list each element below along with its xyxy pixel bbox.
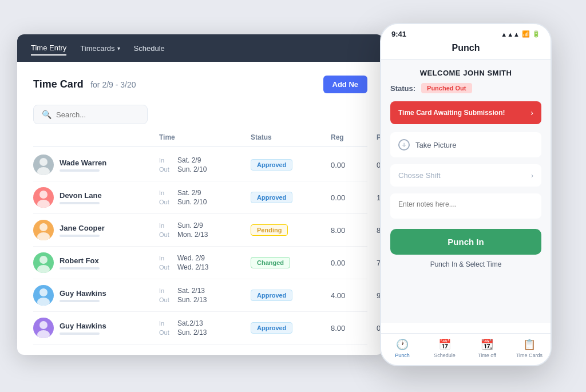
punch-in-button[interactable]: Punch In	[390, 229, 541, 255]
timecard-date: for 2/9 - 3/20	[90, 80, 136, 89]
col-header-name	[33, 133, 159, 141]
in-date: Sat. 2/9	[177, 189, 201, 197]
employee-name: Devon Lane	[60, 191, 102, 200]
svg-point-11	[37, 330, 50, 338]
employee-bar	[60, 202, 100, 204]
desktop-app: Time Entry Timecards ▾ Schedule Time Car…	[17, 34, 383, 355]
time-out-row: Out Sun. 2/10	[159, 165, 251, 173]
status-badge: Approved	[251, 192, 292, 203]
time-in-row: In Sat. 2/9	[159, 189, 251, 197]
out-date: Sun. 2/13	[177, 296, 207, 304]
punch-tab-icon: 🕐	[396, 338, 409, 351]
nav-schedule[interactable]: Schedule	[134, 42, 165, 55]
timecard-header: Time Card for 2/9 - 3/20 Add Ne	[33, 76, 367, 93]
out-date: Mon. 2/13	[177, 231, 208, 239]
svg-point-3	[37, 200, 50, 208]
tab-schedule[interactable]: 📅 Schedule	[423, 338, 466, 358]
time-cell: In Sat.2/13 Out Sun. 2/13	[159, 319, 251, 336]
punch-select-time[interactable]: Punch In & Select Time	[390, 260, 541, 268]
add-new-button[interactable]: Add Ne	[323, 76, 368, 93]
in-date: Wed. 2/9	[177, 254, 205, 262]
plus-icon: +	[398, 139, 410, 151]
employee-bar	[60, 267, 100, 270]
choose-shift-row[interactable]: Chosse Shift ›	[390, 164, 541, 187]
status-badge: Changed	[251, 257, 290, 268]
table-row[interactable]: Wade Warren In Sat. 2/9 Out Sun. 2/10 Ap…	[33, 149, 367, 181]
notes-input[interactable]	[390, 193, 541, 219]
search-input[interactable]	[56, 110, 136, 119]
svg-point-2	[39, 191, 47, 199]
svg-point-6	[39, 256, 47, 264]
in-label: In	[159, 320, 173, 327]
reg-cell: 0.00	[331, 193, 377, 202]
timecard-title-area: Time Card for 2/9 - 3/20	[33, 78, 136, 90]
app-content: Time Card for 2/9 - 3/20 Add Ne 🔍 Time S…	[17, 62, 383, 355]
employee-cell: Robert Fox	[33, 252, 159, 273]
reg-cell: 4.00	[331, 291, 377, 300]
time-cell: In Sat. 2/13 Out Sun. 2/13	[159, 287, 251, 304]
table-row[interactable]: Jane Cooper In Sun. 2/9 Out Mon. 2/13 Pe…	[33, 214, 367, 247]
employee-info: Guy Hawkins	[60, 289, 106, 302]
tab-punch[interactable]: 🕐 Punch	[381, 338, 423, 358]
time-out-row: Out Sun. 2/13	[159, 296, 251, 304]
status-label: Status:	[390, 84, 415, 93]
out-label: Out	[159, 231, 173, 238]
alert-banner[interactable]: Time Card Awaiting Submission! ›	[390, 101, 541, 124]
wifi-icon: 📶	[522, 30, 530, 38]
mobile-header: Punch	[381, 41, 551, 60]
punch-tab-label: Punch	[395, 353, 410, 358]
table-row[interactable]: Guy Hawkins In Sat.2/13 Out Sun. 2/13 Ap…	[33, 312, 367, 345]
table-row[interactable]: Guy Hawkins In Sat. 2/13 Out Sun. 2/13 A…	[33, 279, 367, 312]
nav-time-entry[interactable]: Time Entry	[31, 41, 66, 56]
employee-info: Robert Fox	[60, 256, 100, 270]
employee-name: Jane Cooper	[60, 224, 105, 232]
employee-bar	[60, 300, 100, 302]
time-in-row: In Sat.2/13	[159, 319, 251, 327]
time-out-row: Out Sun. 2/13	[159, 328, 251, 336]
schedule-tab-label: Schedule	[434, 353, 456, 358]
status-cell: Approved	[251, 159, 331, 171]
status-cell: Changed	[251, 257, 331, 268]
in-date: Sat.2/13	[177, 319, 203, 327]
avatar	[33, 318, 54, 338]
avatar	[33, 220, 54, 240]
tab-time-off[interactable]: 📆 Time off	[466, 338, 508, 358]
reg-cell: 8.00	[331, 324, 377, 332]
svg-point-9	[37, 298, 50, 306]
take-picture-row[interactable]: + Take Picture	[390, 132, 541, 157]
choose-shift-label: Chosse Shift	[398, 171, 441, 180]
col-header-status: Status	[251, 133, 331, 141]
svg-point-8	[39, 288, 47, 296]
employee-name: Robert Fox	[60, 256, 100, 265]
table-row[interactable]: Robert Fox In Wed. 2/9 Out Wed. 2/13 Cha…	[33, 247, 367, 279]
employee-name: Guy Hawkins	[60, 289, 106, 298]
mobile-time: 9:41	[391, 30, 406, 38]
reg-cell: 0.00	[331, 161, 377, 169]
out-label: Out	[159, 329, 173, 336]
col-header-time: Time	[159, 133, 251, 141]
table-header: Time Status Reg PTO	[33, 133, 367, 146]
tab-time-cards[interactable]: 📋 Time Cards	[508, 338, 551, 358]
out-label: Out	[159, 264, 173, 271]
mobile-title: Punch	[452, 43, 480, 53]
timecards-tab-label: Time Cards	[516, 353, 543, 358]
employee-cell: Wade Warren	[33, 155, 159, 175]
take-picture-label: Take Picture	[415, 141, 457, 149]
avatar	[33, 252, 54, 273]
table-row[interactable]: Devon Lane In Sat. 2/9 Out Sun. 2/10 App…	[33, 181, 367, 214]
out-label: Out	[159, 199, 173, 205]
nav-timecards[interactable]: Timecards ▾	[80, 42, 120, 55]
svg-point-5	[37, 232, 50, 240]
search-bar: 🔍	[33, 105, 148, 124]
status-badge: Approved	[251, 290, 292, 301]
status-cell: Approved	[251, 192, 331, 203]
in-date: Sun. 2/9	[177, 221, 203, 229]
employee-name: Guy Hawkins	[60, 322, 106, 330]
employee-name: Wade Warren	[60, 159, 106, 167]
out-date: Sun. 2/10	[177, 165, 207, 173]
employee-info: Wade Warren	[60, 159, 106, 172]
punched-out-badge: Punched Out	[421, 83, 472, 93]
time-cell: In Sat. 2/9 Out Sun. 2/10	[159, 189, 251, 206]
svg-point-10	[39, 321, 47, 329]
out-date: Sun. 2/10	[177, 198, 207, 206]
